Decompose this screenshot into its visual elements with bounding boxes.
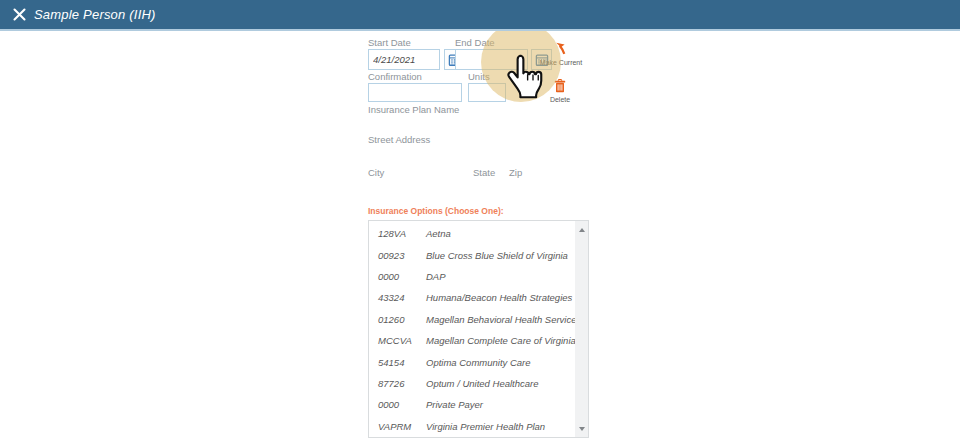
- option-name: Optum / United Healthcare: [426, 378, 538, 389]
- option-code: 43324: [378, 292, 426, 303]
- list-item[interactable]: 00923Blue Cross Blue Shield of Virginia: [369, 244, 575, 265]
- make-current-label: Make Current: [540, 59, 582, 66]
- option-name: DAP: [426, 271, 446, 282]
- option-code: 128VA: [378, 228, 426, 239]
- arrow-up-left-icon: [555, 42, 568, 56]
- scroll-down-arrow-icon[interactable]: [575, 422, 588, 435]
- scroll-up-arrow-icon[interactable]: [575, 223, 588, 236]
- list-item[interactable]: 54154Optima Community Care: [369, 351, 575, 372]
- option-code: 0000: [378, 271, 426, 282]
- insurance-plan-name-label: Insurance Plan Name: [368, 104, 459, 115]
- option-name: Magellan Complete Care of Virginia: [426, 335, 576, 346]
- list-item[interactable]: VAPRMVirginia Premier Health Plan: [369, 416, 575, 437]
- app-window: Sample Person (IIH) Start Date End Date: [0, 0, 960, 442]
- option-code: 87726: [378, 378, 426, 389]
- option-name: Humana/Beacon Health Strategies: [426, 292, 572, 303]
- option-code: VAPRM: [378, 421, 426, 432]
- option-name: Aetna: [426, 228, 451, 239]
- delete-button[interactable]: Delete: [538, 79, 582, 103]
- option-code: MCCVA: [378, 335, 426, 346]
- start-date-label: Start Date: [368, 37, 411, 48]
- end-date-label: End Date: [455, 37, 495, 48]
- option-code: 54154: [378, 357, 426, 368]
- close-icon: [13, 8, 26, 21]
- end-date-input[interactable]: [455, 49, 528, 70]
- list-item[interactable]: 87726Optum / United Healthcare: [369, 373, 575, 394]
- page-title: Sample Person (IIH): [34, 7, 156, 22]
- option-name: Private Payer: [426, 399, 483, 410]
- street-address-label: Street Address: [368, 134, 430, 145]
- confirmation-input[interactable]: [368, 83, 462, 102]
- city-label: City: [368, 167, 384, 178]
- delete-label: Delete: [550, 96, 570, 103]
- list-item[interactable]: 0000DAP: [369, 266, 575, 287]
- list-item[interactable]: 01260Magellan Behavioral Health Services: [369, 309, 575, 330]
- units-label: Units: [468, 71, 490, 82]
- insurance-options-list: 128VAAetna00923Blue Cross Blue Shield of…: [368, 220, 589, 438]
- option-name: Virginia Premier Health Plan: [426, 421, 545, 432]
- trash-icon: [554, 79, 566, 93]
- list-item[interactable]: 128VAAetna: [369, 223, 575, 244]
- list-item[interactable]: 43324Humana/Beacon Health Strategies: [369, 287, 575, 308]
- close-button[interactable]: [4, 0, 34, 29]
- insurance-options-rows: 128VAAetna00923Blue Cross Blue Shield of…: [369, 223, 575, 437]
- start-date-input[interactable]: [368, 49, 440, 70]
- option-name: Optima Community Care: [426, 357, 531, 368]
- list-scrollbar[interactable]: [575, 221, 588, 437]
- list-item[interactable]: MCCVAMagellan Complete Care of Virginia: [369, 330, 575, 351]
- state-label: State: [473, 167, 495, 178]
- insurance-options-label: Insurance Options (Choose One):: [368, 206, 504, 216]
- units-input[interactable]: [468, 83, 506, 102]
- header-divider: [0, 29, 960, 31]
- list-item[interactable]: 0000Private Payer: [369, 394, 575, 415]
- option-name: Blue Cross Blue Shield of Virginia: [426, 250, 568, 261]
- confirmation-label: Confirmation: [368, 71, 422, 82]
- zip-label: Zip: [509, 167, 522, 178]
- title-bar: Sample Person (IIH): [0, 0, 960, 29]
- option-code: 00923: [378, 250, 426, 261]
- option-code: 0000: [378, 399, 426, 410]
- make-current-button[interactable]: Make Current: [532, 42, 590, 66]
- option-name: Magellan Behavioral Health Services: [426, 314, 581, 325]
- option-code: 01260: [378, 314, 426, 325]
